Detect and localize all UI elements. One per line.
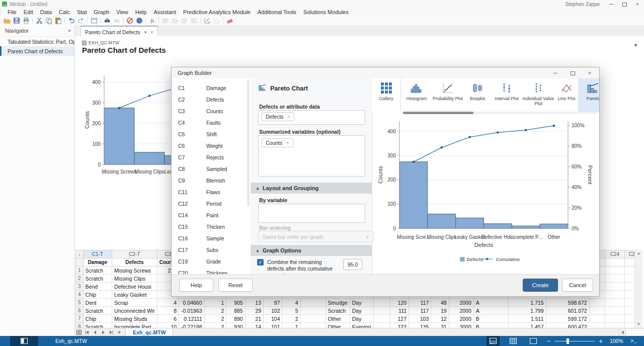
cell[interactable] [605, 283, 624, 291]
cell[interactable]: 21 [245, 315, 263, 323]
cell[interactable]: 2 [204, 323, 226, 328]
cell[interactable]: Day [350, 315, 373, 323]
cell[interactable]: -0.01963 [179, 307, 204, 315]
open-icon[interactable] [2, 16, 12, 25]
redo-icon[interactable] [76, 16, 86, 25]
restore-icon[interactable] [622, 2, 627, 7]
column-header[interactable]: C24 [605, 250, 624, 258]
cell[interactable]: 117 [409, 299, 431, 307]
add-worksheet-icon[interactable]: + [115, 329, 123, 336]
minimize-icon[interactable] [609, 2, 614, 7]
variable-name-cell[interactable]: Damage [83, 258, 112, 267]
column-item-c11[interactable]: C11Flaws [172, 186, 251, 198]
variable-name-cell[interactable]: Defects [112, 258, 157, 267]
cell[interactable] [373, 299, 390, 307]
menu-calc[interactable]: Calc [55, 9, 73, 15]
cell[interactable] [300, 323, 326, 328]
cell[interactable]: B [473, 323, 509, 328]
cell[interactable] [373, 323, 390, 328]
navigator-item-1[interactable]: Tabulated Statistics: Part, Operator [0, 37, 74, 46]
new-window-icon[interactable] [89, 16, 99, 25]
section-graph-options[interactable]: ▲ Graph Options [251, 245, 372, 256]
cell[interactable] [605, 323, 624, 328]
reset-button[interactable]: Reset [218, 279, 253, 292]
cell[interactable]: 1 [204, 299, 226, 307]
previous-worksheet-icon[interactable] [91, 329, 99, 336]
cell[interactable] [589, 323, 605, 328]
column-item-c3[interactable]: C3Counts [172, 105, 251, 117]
row-number[interactable]: 8 [76, 323, 84, 328]
column-item-c8[interactable]: C8Sampled [172, 163, 251, 175]
cell[interactable]: 13 [245, 299, 263, 307]
dialog-close-icon[interactable]: × [587, 70, 592, 75]
cell[interactable]: 905 [226, 299, 245, 307]
menu-predictive-analytics-module[interactable]: Predictive Analytics Module [180, 9, 254, 15]
column-item-c20[interactable]: C20Thicknes [172, 267, 251, 275]
cell[interactable]: Scrap [112, 299, 157, 307]
copy-icon[interactable] [44, 16, 53, 25]
cell[interactable]: Leaky Gasket [112, 291, 157, 299]
cell[interactable]: Chip [83, 291, 112, 299]
cell[interactable]: 885 [226, 307, 245, 315]
cell[interactable]: 10 [157, 323, 179, 328]
paste-icon[interactable] [53, 16, 63, 25]
output-options-icon[interactable]: ▾ [634, 42, 637, 48]
cancel-icon[interactable] [125, 16, 134, 25]
cell[interactable]: 4 [282, 299, 300, 307]
column-item-c4[interactable]: C4Faults [172, 117, 251, 128]
cell[interactable]: Smudge [326, 299, 350, 307]
cell[interactable] [373, 307, 390, 315]
cell[interactable]: Day [350, 307, 373, 315]
cell[interactable]: Day [350, 299, 373, 307]
cancel-button[interactable]: Cancel [562, 279, 593, 292]
command-line-icon[interactable]: >_ [630, 338, 637, 344]
menu-additional-tools[interactable]: Additional Tools [254, 9, 300, 15]
cell[interactable]: Other [326, 315, 350, 323]
column-item-c12[interactable]: C12Period [172, 198, 251, 209]
cell[interactable]: A [473, 299, 509, 307]
cell[interactable]: Scratch [326, 307, 350, 315]
cell[interactable]: 1 [282, 323, 300, 328]
cumulative-percent-input[interactable] [343, 259, 362, 270]
zoom-level[interactable]: 100% [610, 338, 623, 344]
cell[interactable] [605, 291, 624, 299]
column-item-c16[interactable]: C16Sample [172, 232, 251, 244]
tab-chevron-down-icon[interactable]: ▾ [144, 30, 147, 35]
row-number[interactable]: 3 [76, 283, 84, 291]
sheet-scroll-left-icon[interactable] [619, 329, 625, 336]
column-item-c1[interactable]: C1Damage [172, 82, 251, 94]
gallery-item-individual-value-plot[interactable]: Individual Value Plot [522, 78, 555, 112]
cell[interactable]: 103 [409, 315, 431, 323]
cell[interactable]: 1.715 [509, 299, 546, 307]
column-item-c9[interactable]: C9Blemish [172, 175, 251, 186]
by-variable-field[interactable] [258, 204, 365, 223]
sheet-scrollbar[interactable] [625, 329, 644, 336]
cell[interactable]: 2 [204, 315, 226, 323]
menu-data[interactable]: Data [37, 9, 55, 15]
cell[interactable]: Missing Screws [112, 267, 157, 275]
cell[interactable]: 601.072 [546, 307, 589, 315]
cell[interactable]: 135 [409, 323, 431, 328]
cell[interactable] [589, 307, 605, 315]
cell[interactable]: Dent [83, 299, 112, 307]
cell[interactable]: Scratch [83, 323, 112, 328]
cell[interactable]: Incomplete Part [112, 323, 157, 328]
column-header[interactable]: C1-T [83, 250, 112, 258]
active-window-indicator-icon[interactable] [10, 336, 38, 346]
navigator-item-2[interactable]: Pareto Chart of Defects [0, 46, 74, 56]
cell[interactable]: 8 [157, 307, 179, 315]
select-all-icon[interactable]: ↓ [76, 250, 84, 258]
row-number[interactable]: 6 [76, 307, 84, 315]
cell[interactable] [373, 315, 390, 323]
save-icon[interactable] [12, 16, 21, 25]
cell[interactable]: Other [326, 323, 350, 328]
find-next-icon[interactable] [112, 16, 121, 25]
column-item-c19[interactable]: C19Grade [172, 255, 251, 267]
cell[interactable]: 104 [264, 315, 282, 323]
column-item-c7[interactable]: C7Rejects [172, 151, 251, 163]
row-number[interactable]: 4 [76, 291, 84, 299]
add-graph-icon[interactable] [212, 16, 221, 25]
tab-close-icon[interactable]: × [150, 30, 153, 35]
column-item-c2[interactable]: C2Defects [172, 94, 251, 105]
gallery-item-probability-plot[interactable]: Probability Plot [432, 78, 463, 112]
